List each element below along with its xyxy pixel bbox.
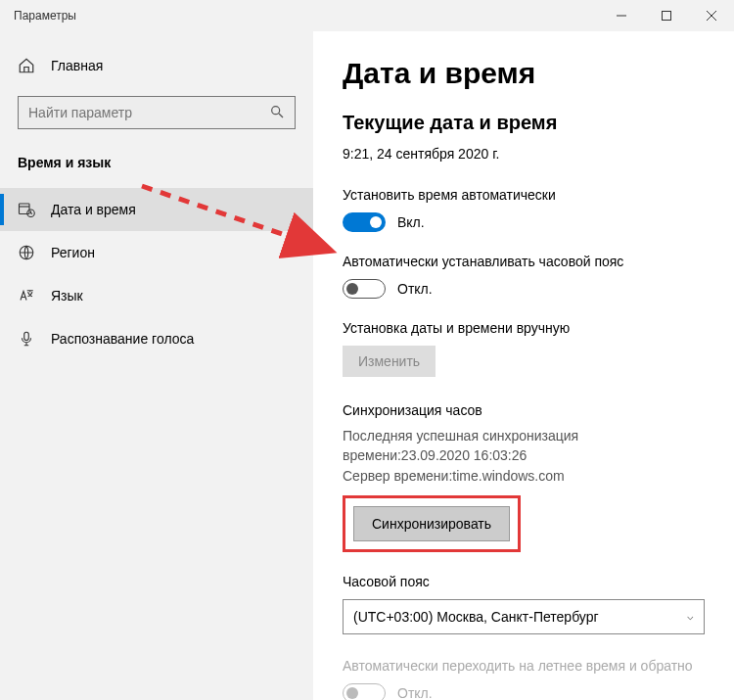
auto-time-toggle[interactable] <box>343 212 386 232</box>
current-datetime: 9:21, 24 сентября 2020 г. <box>343 146 705 162</box>
manual-label: Установка даты и времени вручную <box>343 320 705 336</box>
maximize-button[interactable] <box>644 0 689 31</box>
close-button[interactable] <box>689 0 734 31</box>
dst-state: Откл. <box>397 685 433 700</box>
svg-rect-10 <box>24 332 29 340</box>
sidebar-item-date-time[interactable]: Дата и время <box>0 188 313 231</box>
microphone-icon <box>18 330 35 348</box>
sidebar-section-header: Время и язык <box>0 149 313 188</box>
sidebar-item-label: Язык <box>51 288 83 303</box>
sync-server: Сервер времени:time.windows.com <box>343 466 705 486</box>
timezone-select[interactable]: (UTC+03:00) Москва, Санкт-Петербург ⌵ <box>343 599 705 634</box>
dst-toggle <box>343 683 386 700</box>
home-label: Главная <box>51 58 103 73</box>
svg-rect-1 <box>663 12 671 21</box>
svg-point-4 <box>272 106 280 114</box>
search-icon <box>269 104 285 122</box>
page-title: Дата и время <box>343 57 705 90</box>
svg-line-5 <box>279 114 283 117</box>
main-content: Дата и время Текущие дата и время 9:21, … <box>313 31 734 700</box>
home-link[interactable]: Главная <box>0 49 313 82</box>
sync-heading: Синхронизация часов <box>343 402 705 418</box>
auto-time-state: Вкл. <box>397 214 425 230</box>
window-title: Параметры <box>14 9 76 23</box>
titlebar: Параметры <box>0 0 734 31</box>
tz-heading: Часовой пояс <box>343 574 705 589</box>
change-button: Изменить <box>343 346 436 377</box>
auto-time-label: Установить время автоматически <box>343 187 705 203</box>
search-box[interactable] <box>18 96 296 129</box>
timezone-value: (UTC+03:00) Москва, Санкт-Петербург <box>353 609 599 625</box>
sync-last: Последняя успешная синхронизация времени… <box>343 426 705 466</box>
minimize-button[interactable] <box>599 0 644 31</box>
svg-rect-6 <box>20 204 30 214</box>
search-input[interactable] <box>28 105 269 120</box>
sidebar-item-label: Дата и время <box>51 202 136 217</box>
auto-tz-label: Автоматически устанавливать часовой пояс <box>343 254 705 269</box>
sidebar-item-speech[interactable]: Распознавание голоса <box>0 317 313 360</box>
sync-button[interactable]: Синхронизировать <box>353 506 510 541</box>
sync-button-highlight: Синхронизировать <box>343 495 521 552</box>
chevron-down-icon: ⌵ <box>687 610 694 623</box>
calendar-clock-icon <box>18 201 35 218</box>
auto-tz-toggle[interactable] <box>343 279 386 299</box>
home-icon <box>18 57 35 74</box>
sidebar-item-label: Распознавание голоса <box>51 331 194 347</box>
window-controls <box>599 0 734 31</box>
dst-label: Автоматически переходить на летнее время… <box>343 658 705 674</box>
section-current: Текущие дата и время <box>343 112 705 134</box>
language-icon <box>18 287 35 304</box>
sidebar: Главная Время и язык Дата и время Регион <box>0 31 313 700</box>
sidebar-item-label: Регион <box>51 245 95 260</box>
globe-icon <box>18 244 35 261</box>
sidebar-item-region[interactable]: Регион <box>0 231 313 274</box>
sidebar-item-language[interactable]: Язык <box>0 274 313 317</box>
auto-tz-state: Откл. <box>397 281 433 297</box>
